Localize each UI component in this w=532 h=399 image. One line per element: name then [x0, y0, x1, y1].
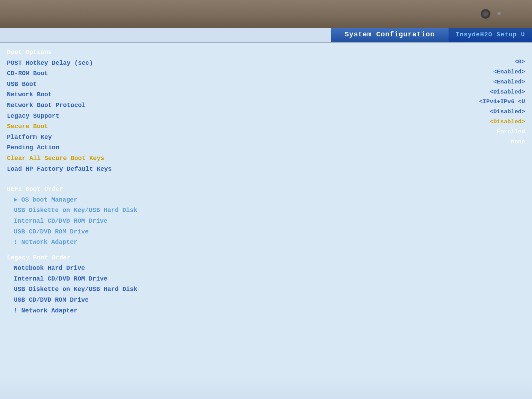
value-usb-boot: <Enabled>: [421, 77, 525, 87]
header-left: [0, 28, 331, 42]
menu-item-usb-boot[interactable]: USB Boot: [7, 79, 407, 90]
spacer2: [7, 248, 407, 252]
menu-item-load-factory[interactable]: Load HP Factory Default Keys: [7, 164, 407, 175]
menu-item-platform-key[interactable]: Platform Key: [7, 132, 407, 143]
value-network-boot: <Disabled>: [421, 87, 525, 97]
legacy-usb-diskette[interactable]: USB Diskette on Key/USB Hard Disk: [7, 284, 407, 295]
values-area: . <0> <Enabled> <Enabled> <Disabled> <IP…: [414, 43, 532, 399]
value-platform-key: Enrolled: [421, 127, 525, 137]
menu-item-network-boot[interactable]: Network Boot: [7, 89, 407, 100]
header-brand: InsydeH2O Setup U: [449, 28, 532, 42]
legacy-network-adapter[interactable]: ! Network Adapter: [7, 305, 407, 316]
menu-item-pending-action[interactable]: Pending Action: [7, 142, 407, 153]
menu-item-post-hotkey[interactable]: POST Hotkey Delay (sec): [7, 58, 407, 69]
bezel-top: [0, 0, 532, 28]
value-pending-action: None: [421, 137, 525, 147]
uefi-internal-cdvd[interactable]: Internal CD/DVD ROM Drive: [7, 216, 407, 227]
value-secure-boot: <Disabled>: [421, 117, 525, 127]
menu-area: Boot Options POST Hotkey Delay (sec) CD-…: [0, 43, 414, 399]
menu-item-boot-options[interactable]: Boot Options: [7, 47, 407, 58]
legacy-internal-cdvd[interactable]: Internal CD/DVD ROM Drive: [7, 274, 407, 284]
uefi-os-boot-manager[interactable]: OS boot Manager: [7, 195, 407, 205]
status-light: [497, 12, 501, 15]
header-bar: System Configuration InsydeH2O Setup U: [0, 28, 532, 43]
content-area: Boot Options POST Hotkey Delay (sec) CD-…: [0, 43, 532, 399]
uefi-section-header: UEFI Boot Order: [7, 184, 407, 195]
menu-item-secure-boot[interactable]: Secure Boot: [7, 121, 407, 132]
uefi-network-adapter[interactable]: ! Network Adapter: [7, 237, 407, 248]
menu-item-legacy-support[interactable]: Legacy Support: [7, 111, 407, 122]
header-title: System Configuration: [331, 28, 449, 42]
legacy-usb-cdvd[interactable]: USB CD/DVD ROM Drive: [7, 295, 407, 305]
spacer1: [7, 174, 407, 179]
value-network-boot-protocol: <IPv4+IPv6 <U: [421, 97, 525, 107]
screen: System Configuration InsydeH2O Setup U B…: [0, 28, 532, 399]
uefi-usb-diskette[interactable]: USB Diskette on Key/USB Hard Disk: [7, 205, 407, 216]
uefi-usb-cdvd[interactable]: USB CD/DVD ROM Drive: [7, 227, 407, 237]
legacy-section-header: Legacy Boot Order: [7, 252, 407, 263]
value-cdrom-boot: <Enabled>: [421, 67, 525, 77]
camera: [481, 9, 490, 19]
value-legacy-support: <Disabled>: [421, 107, 525, 117]
legacy-notebook-hdd[interactable]: Notebook Hard Drive: [7, 263, 407, 274]
value-post-hotkey: <0>: [421, 57, 525, 67]
menu-item-clear-all[interactable]: Clear All Secure Boot Keys: [7, 153, 407, 164]
menu-item-network-boot-protocol[interactable]: Network Boot Protocol: [7, 100, 407, 111]
menu-item-cdrom-boot[interactable]: CD-ROM Boot: [7, 68, 407, 79]
